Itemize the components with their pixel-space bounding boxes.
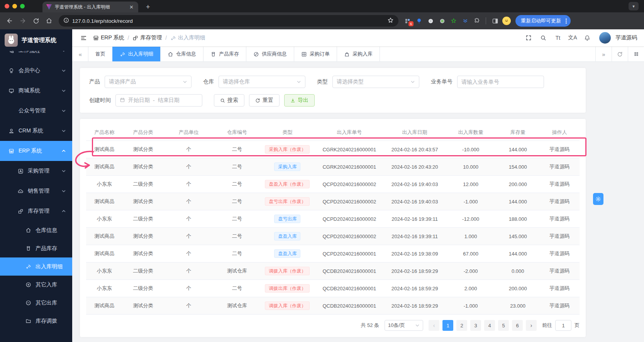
warehouse-filter-label: 仓库	[203, 78, 214, 85]
toolbar-divider	[486, 17, 486, 24]
fullscreen-icon[interactable]	[522, 31, 535, 44]
sidebar-item-12[interactable]: 其它入库	[0, 276, 72, 294]
translate-icon[interactable]: 文A	[566, 31, 579, 44]
table-row[interactable]: 小东东二级分类个二号盘亏出库QCPD202402160000022024-02-…	[86, 210, 580, 228]
type-select[interactable]: 请选择类型	[332, 76, 419, 88]
tags-view-tab-1[interactable]: 出入库明细	[112, 47, 161, 61]
tags-layout-grid-icon[interactable]	[628, 47, 644, 61]
user-avatar[interactable]	[599, 32, 611, 44]
sidebar-item-8[interactable]: 库存管理	[0, 201, 72, 221]
sidebar-item-4[interactable]: CRM 系统	[0, 121, 72, 141]
bag-icon	[344, 51, 350, 57]
page-button-6[interactable]: 6	[512, 320, 523, 331]
tags-scroll-right-icon[interactable]: »	[595, 47, 612, 61]
export-button[interactable]: 导出	[284, 94, 315, 107]
sidebar-item-2[interactable]: 商城系统	[0, 81, 72, 101]
product-select[interactable]: 请选择产品	[105, 76, 192, 88]
forward-icon[interactable]	[17, 15, 29, 27]
page-button-3[interactable]: 3	[470, 320, 481, 331]
tags-scroll-left-icon[interactable]: «	[72, 47, 88, 61]
sidebar-item-3[interactable]: 公众号管理	[0, 101, 72, 121]
font-size-icon[interactable]: Tt	[551, 31, 564, 44]
cup-icon	[25, 245, 32, 252]
tab-search-button[interactable]: ▾	[629, 2, 639, 10]
zoom-window-button[interactable]	[20, 4, 25, 8]
tags-refresh-icon[interactable]	[612, 47, 628, 61]
info-icon[interactable]	[63, 17, 69, 24]
table-row[interactable]: 测试商品测试分类个测试仓库调拨入库（作废）QCDB202402160000012…	[86, 297, 580, 315]
table-row[interactable]: 测试商品测试分类个二号采购入库CGRK202402160000012024-02…	[86, 158, 580, 176]
breadcrumb-item-1[interactable]: 库存管理	[132, 34, 162, 41]
tags-list: 首页出入库明细仓库信息产品库存供应商信息采购订单采购入库	[88, 47, 595, 61]
column-header: 操作人	[539, 124, 580, 141]
tags-view-tab-2[interactable]: 仓库信息	[160, 47, 203, 61]
sidebar-item-1[interactable]: 会员中心	[0, 61, 72, 81]
sidebar-item-5[interactable]: ERP 系统	[0, 141, 72, 161]
prev-page-button[interactable]: ‹	[429, 320, 439, 331]
close-window-button[interactable]	[5, 4, 9, 8]
tags-view-tab-5[interactable]: 采购订单	[294, 47, 337, 61]
tab-close-icon[interactable]: ✕	[129, 4, 134, 10]
table-row[interactable]: 小东东二级分类个测试仓库调拨入库（作废）QCDB2024021600000120…	[86, 262, 580, 280]
breadcrumb-item-0[interactable]: ERP 系统	[93, 34, 124, 41]
url-bar[interactable]: 127.0.0.1/erp/stock/record	[59, 15, 398, 27]
bookmark-star-icon[interactable]	[387, 17, 394, 25]
table-row[interactable]: 测试商品测试分类个二号采购入库（作废）CGRK20240216000001202…	[86, 141, 580, 158]
table-row[interactable]: 测试商品测试分类个二号盘盈入库QCPD202402160000012024-02…	[86, 245, 580, 262]
table-row[interactable]: 测试商品测试分类个二号盘盈入库QCPD202402160000022024-02…	[86, 228, 580, 245]
sidebar-item-11[interactable]: 出入库明细	[0, 257, 72, 276]
back-icon[interactable]	[4, 15, 15, 27]
supplier-icon	[253, 51, 259, 57]
green-dot-extension-icon[interactable]	[437, 15, 447, 26]
profile-emoji-icon[interactable]	[502, 15, 512, 26]
sidebar-item-14[interactable]: 库存调拨	[0, 312, 72, 330]
table-row[interactable]: 小东东二级分类个二号盘盈入库（作废）QCPD202402160000022024…	[86, 176, 580, 193]
bizno-input[interactable]	[457, 76, 544, 88]
tags-view-tab-3[interactable]: 产品库存	[203, 47, 246, 61]
extension-grid-icon[interactable]: 6	[402, 15, 412, 26]
column-header: 产品分类	[123, 124, 164, 141]
reset-button[interactable]: 重置	[249, 94, 280, 107]
page-button-4[interactable]: 4	[484, 320, 495, 331]
tags-view-tab-0[interactable]: 首页	[88, 47, 113, 61]
sidebar-item-7[interactable]: 销售管理	[0, 181, 72, 201]
product-filter-label: 产品	[89, 78, 100, 85]
next-page-button[interactable]: ›	[526, 320, 537, 331]
table-row[interactable]: 测试商品测试分类个二号盘亏出库（作废）QCPD20240216000002202…	[86, 193, 580, 210]
page-button-2[interactable]: 2	[456, 320, 467, 331]
sidebar-item-10[interactable]: 产品库存	[0, 239, 72, 257]
search-icon[interactable]	[537, 31, 550, 44]
sidebar-item-6[interactable]: 采购管理	[0, 161, 72, 181]
extensions-puzzle-icon[interactable]	[472, 15, 482, 26]
minimize-window-button[interactable]	[12, 4, 17, 8]
snowflake-extension-icon[interactable]	[425, 15, 436, 26]
sidebar-item-9[interactable]: 仓库信息	[0, 221, 72, 239]
double-chevron-extension-icon[interactable]	[460, 15, 470, 26]
page-button-5[interactable]: 5	[498, 320, 509, 331]
search-button[interactable]: 搜索	[214, 94, 244, 107]
page-size-select[interactable]: 10条/页	[385, 320, 423, 331]
date-range-picker[interactable]: 开始日期 - 结束日期	[115, 94, 202, 107]
warehouse-select[interactable]: 请选择仓库	[219, 76, 305, 88]
goto-page-input[interactable]	[555, 320, 571, 331]
new-tab-button[interactable]: +	[144, 2, 153, 12]
star-extension-icon[interactable]	[449, 15, 459, 26]
notification-bell-icon[interactable]	[581, 31, 594, 44]
browser-tab[interactable]: 芋道管理系统 - 出入库明细 ✕	[42, 2, 138, 12]
reload-icon[interactable]	[30, 15, 42, 27]
side-panel-icon[interactable]	[490, 15, 500, 26]
chevron-down-icon	[61, 68, 66, 73]
page-button-1[interactable]: 1	[442, 320, 453, 331]
type-tag: 盘盈入库	[274, 249, 300, 258]
browser-menu-icon[interactable]	[564, 19, 568, 24]
settings-gear-button[interactable]	[593, 193, 603, 205]
sidebar-item-13[interactable]: 其它出库	[0, 294, 72, 312]
table-row[interactable]: 小东东二级分类个二号调拨出库（作废）QCDB202402160000012024…	[86, 280, 580, 297]
collapse-menu-icon[interactable]	[78, 32, 89, 44]
balloon-extension-icon[interactable]	[414, 15, 424, 26]
update-button[interactable]: 重新启动即可更新	[515, 15, 571, 27]
tags-view-tab-6[interactable]: 采购入库	[337, 47, 380, 61]
tags-view-tab-4[interactable]: 供应商信息	[246, 47, 294, 61]
browser-tab-title: 芋道管理系统 - 出入库明细	[55, 4, 125, 10]
home-icon[interactable]	[43, 15, 55, 27]
